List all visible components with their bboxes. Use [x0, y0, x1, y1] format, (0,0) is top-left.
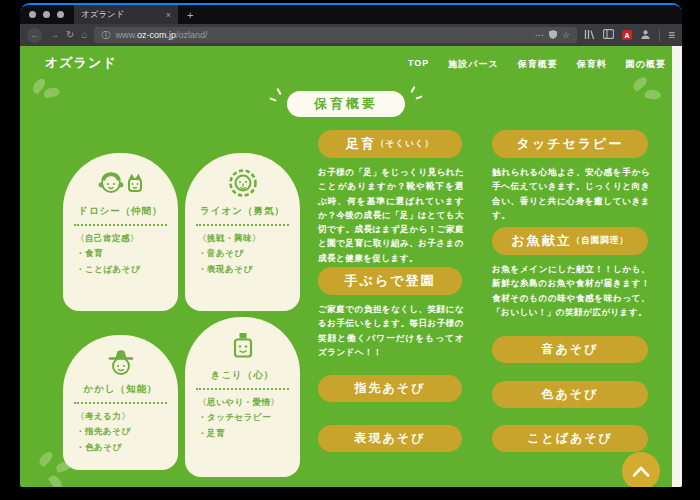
sokuiku-description: お子様の「足」をじっくり見られたことがありますか？靴や靴下を選ぶ時、何を基準に選…	[318, 165, 464, 265]
character-card-lion: ライオン（勇気） 〈挑戦・興味〉 ・音あそび ・表現あそび	[185, 153, 300, 311]
nav-item-overview[interactable]: 保育概要	[518, 58, 558, 71]
card-title: ドロシー（仲間）	[63, 205, 178, 218]
menu-icon[interactable]: ≡	[668, 29, 675, 41]
account-icon[interactable]	[640, 29, 651, 42]
card-item: ・表現あそび	[198, 262, 300, 277]
navigation-toolbar: ← → ↻ ⌂ ⓘ www.oz-com.jp/ozland/ ⋯ ☆ A	[20, 24, 682, 47]
page-title: 保育概要	[287, 91, 405, 117]
close-window-button[interactable]	[29, 11, 36, 18]
forward-button[interactable]: →	[49, 30, 59, 40]
url-text: www.oz-com.jp/ozland/	[115, 30, 207, 40]
tab-bar: オズランド × +	[20, 5, 682, 24]
card-item: ・食育	[76, 246, 178, 261]
browser-tab[interactable]: オズランド ×	[74, 5, 178, 24]
lion-icon	[185, 166, 300, 200]
minimize-window-button[interactable]	[43, 11, 50, 18]
url-bar[interactable]: ⓘ www.oz-com.jp/ozland/ ⋯ ☆	[94, 27, 577, 43]
tab-close-icon[interactable]: ×	[166, 10, 171, 20]
scarecrow-icon	[63, 344, 178, 378]
dotted-divider	[74, 224, 167, 226]
toolbar-icons: A ≡	[584, 29, 675, 42]
site-info-icon[interactable]: ⓘ	[101, 29, 110, 42]
sokuiku-button[interactable]: 足育（そくいく）	[318, 130, 462, 158]
reload-button[interactable]: ↻	[66, 30, 74, 40]
leaf-decoration	[48, 473, 65, 487]
bookmark-star-icon[interactable]: ☆	[562, 30, 570, 40]
card-subtitle: 〈挑戦・興味〉	[198, 231, 300, 246]
dotted-divider	[196, 388, 289, 390]
card-subtitle: 〈思いやり・愛情〉	[198, 395, 300, 410]
library-icon[interactable]	[584, 29, 595, 42]
dotted-divider	[196, 224, 289, 226]
yubisaki-asobi-button[interactable]: 指先あそび	[318, 375, 462, 402]
browser-window: オズランド × + ← → ↻ ⌂ ⓘ www.oz-com.jp/ozland…	[20, 3, 682, 487]
osakana-kondate-button[interactable]: お魚献立（自園調理）	[492, 227, 648, 255]
nav-item-facility[interactable]: 施設パース	[448, 58, 498, 71]
osakana-kondate-description: お魚をメインにした献立！！しかも、新鮮な糸島のお魚や食材が届きます！食材そのもの…	[492, 262, 650, 319]
scroll-to-top-button[interactable]	[622, 452, 660, 487]
card-title: きこり（心）	[185, 369, 300, 382]
leaf-decoration	[37, 450, 55, 468]
tinman-icon	[185, 330, 300, 364]
dorothy-icon	[63, 166, 178, 200]
traffic-lights[interactable]	[20, 11, 74, 18]
zoom-window-button[interactable]	[57, 11, 64, 18]
tracking-shield-icon[interactable]	[549, 30, 557, 41]
dotted-divider	[74, 402, 167, 404]
sparkle-decoration	[410, 86, 415, 93]
scrollbar[interactable]	[672, 46, 682, 487]
top-navigation: TOP 施設パース 保育概要 保育料 園の概要	[408, 58, 666, 71]
card-title: ライオン（勇気）	[185, 205, 300, 218]
sidebar-icon[interactable]	[603, 29, 614, 41]
card-subtitle: 〈自己肯定感〉	[76, 231, 178, 246]
chevron-up-icon	[632, 466, 650, 477]
leaf-decoration	[644, 89, 661, 101]
leaf-decoration	[43, 87, 60, 99]
sparkle-decoration	[269, 97, 276, 101]
kotoba-asobi-button[interactable]: ことばあそび	[492, 425, 648, 452]
hyogen-asobi-button[interactable]: 表現あそび	[318, 425, 462, 452]
card-item: ・タッチセラピー	[198, 410, 300, 425]
character-card-dorothy: ドロシー（仲間） 〈自己肯定感〉 ・食育 ・ことばあそび	[63, 153, 178, 311]
sparkle-decoration	[415, 95, 422, 99]
new-tab-button[interactable]: +	[178, 9, 202, 21]
home-button[interactable]: ⌂	[81, 30, 87, 40]
card-item: ・色あそび	[76, 440, 178, 455]
card-title: かかし（知能）	[63, 383, 178, 396]
card-item: ・足育	[198, 426, 300, 441]
tebura-button[interactable]: 手ぶらで登園	[318, 267, 462, 295]
iro-asobi-button[interactable]: 色あそび	[492, 381, 648, 408]
nav-item-top[interactable]: TOP	[408, 58, 429, 71]
site-logo[interactable]: オズランド	[45, 54, 117, 72]
card-item: ・指先あそび	[76, 424, 178, 439]
card-subtitle: 〈考える力〉	[76, 409, 178, 424]
card-item: ・ことばあそび	[76, 262, 178, 277]
tab-title: オズランド	[81, 9, 162, 21]
back-button[interactable]: ←	[27, 28, 42, 43]
page-content: オズランド TOP 施設パース 保育概要 保育料 園の概要 保育概要	[20, 46, 682, 487]
touch-therapy-description: 触れられる心地よさ、安心感を手から手へ伝えていきます。じっくりと向き合い、香りと…	[492, 165, 650, 222]
character-card-scarecrow: かかし（知能） 〈考える力〉 ・指先あそび ・色あそび	[63, 335, 178, 470]
nav-item-about[interactable]: 園の概要	[626, 58, 666, 71]
adobe-acrobat-icon[interactable]: A	[622, 30, 632, 40]
oto-asobi-button[interactable]: 音あそび	[492, 336, 648, 363]
toolbar-separator	[659, 29, 660, 42]
card-item: ・音あそび	[198, 246, 300, 261]
tebura-description: ご家庭での負担をなくし、笑顔になるお手伝いをします。毎日お子様の笑顔と働くパワー…	[318, 302, 464, 359]
sparkle-decoration	[276, 88, 281, 95]
character-card-tinman: きこり（心） 〈思いやり・愛情〉 ・タッチセラピー ・足育	[185, 317, 300, 477]
touch-therapy-button[interactable]: タッチセラピー	[492, 130, 648, 158]
nav-item-fees[interactable]: 保育料	[577, 58, 607, 71]
page-actions-icon[interactable]: ⋯	[535, 30, 544, 40]
